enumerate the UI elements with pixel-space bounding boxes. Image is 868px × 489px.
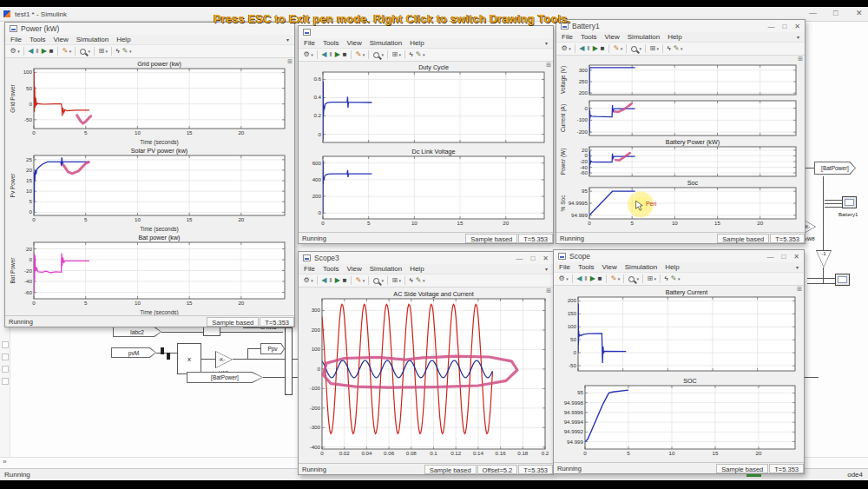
dock-icon[interactable]: ⊞ bbox=[546, 62, 551, 69]
close-icon[interactable]: ✕ bbox=[793, 253, 799, 261]
zoom-icon[interactable] bbox=[373, 52, 379, 58]
minimize-icon[interactable]: — bbox=[766, 253, 773, 261]
menu-tools[interactable]: Tools bbox=[30, 36, 46, 43]
palette-icon[interactable] bbox=[2, 354, 9, 360]
product-block[interactable]: x bbox=[177, 343, 201, 374]
palette-icon[interactable] bbox=[2, 378, 9, 385]
pause-icon[interactable]: ‖ bbox=[584, 275, 587, 282]
palette-icon[interactable] bbox=[2, 341, 9, 348]
trigger-icon[interactable]: ϟ bbox=[116, 48, 120, 55]
fit-view-icon[interactable]: ⊞ bbox=[391, 51, 398, 58]
window-titlebar[interactable]: Battery1 —□✕ bbox=[556, 20, 805, 32]
from-tag-batpower[interactable]: [BatPower] bbox=[187, 372, 263, 383]
dock-icon[interactable]: ⊞ bbox=[798, 56, 803, 63]
maximize-icon[interactable]: □ bbox=[530, 254, 535, 262]
goto-tag-batpower[interactable]: [BatPower] bbox=[814, 162, 856, 175]
menu-file[interactable]: File bbox=[559, 263, 570, 271]
step-back-icon[interactable]: ◀ bbox=[576, 275, 582, 282]
zoom-icon[interactable] bbox=[373, 278, 379, 284]
fit-view-icon[interactable]: ⊞ bbox=[391, 277, 398, 284]
dropdown-caret-icon[interactable]: ▾ bbox=[654, 276, 657, 281]
settings-gear-icon[interactable]: ⚙ bbox=[562, 45, 568, 52]
window-titlebar[interactable] bbox=[299, 26, 553, 38]
menu-tools[interactable]: Tools bbox=[323, 265, 339, 273]
trigger-icon[interactable]: ϟ bbox=[410, 51, 413, 58]
style-brush-icon[interactable]: ✎ bbox=[62, 48, 69, 55]
pause-icon[interactable]: ‖ bbox=[329, 51, 332, 58]
menu-simulation[interactable]: Simulation bbox=[370, 39, 402, 47]
menu-help[interactable]: Help bbox=[667, 33, 681, 41]
zoom-icon[interactable] bbox=[80, 49, 86, 55]
menu-view[interactable]: View bbox=[347, 39, 362, 47]
menu-simulation[interactable]: Simulation bbox=[370, 265, 402, 273]
stop-icon[interactable]: ■ bbox=[601, 45, 605, 52]
menu-tools[interactable]: Tools bbox=[578, 263, 595, 271]
window-titlebar[interactable]: Scope3 —□✕ bbox=[299, 252, 553, 264]
dock-icon[interactable]: ⊞ bbox=[287, 58, 293, 65]
menu-file[interactable]: File bbox=[304, 39, 315, 47]
window-titlebar[interactable]: Scope —□✕ bbox=[554, 250, 804, 262]
fit-view-icon[interactable]: ⊞ bbox=[98, 48, 104, 55]
pen-icon[interactable]: ✎ bbox=[122, 48, 128, 55]
pen-icon[interactable]: ✎ bbox=[674, 45, 680, 52]
style-brush-icon[interactable]: ✎ bbox=[611, 275, 617, 282]
minimize-icon[interactable]: — bbox=[767, 23, 774, 30]
run-icon[interactable]: ▶ bbox=[593, 45, 598, 52]
dropdown-caret-icon[interactable]: ▾ bbox=[311, 278, 313, 283]
run-icon[interactable]: ▶ bbox=[335, 277, 340, 284]
style-brush-icon[interactable]: ✎ bbox=[356, 277, 362, 284]
stop-icon[interactable]: ■ bbox=[343, 277, 347, 284]
dropdown-caret-icon[interactable]: ▾ bbox=[423, 278, 425, 283]
menu-help[interactable]: Help bbox=[665, 263, 679, 271]
menu-view[interactable]: View bbox=[605, 33, 620, 41]
dropdown-caret-icon[interactable]: ▾ bbox=[363, 278, 365, 283]
dropdown-caret-icon[interactable]: ▾ bbox=[106, 49, 108, 54]
menu-file[interactable]: File bbox=[10, 36, 22, 43]
menu-tools[interactable]: Tools bbox=[581, 33, 597, 41]
pen-icon[interactable]: ✎ bbox=[416, 277, 422, 284]
step-back-icon[interactable]: ◀ bbox=[28, 48, 33, 55]
dropdown-caret-icon[interactable]: ▾ bbox=[399, 52, 402, 57]
close-icon[interactable]: ✕ bbox=[542, 254, 549, 262]
minimize-icon[interactable]: — bbox=[809, 9, 817, 17]
from-tag-iabc2[interactable]: Iabc2 bbox=[113, 327, 161, 337]
mux-block[interactable] bbox=[285, 327, 293, 395]
fit-view-icon[interactable]: ⊞ bbox=[647, 275, 653, 282]
menu-help[interactable]: Help bbox=[410, 265, 424, 273]
menu-simulation[interactable]: Simulation bbox=[76, 36, 108, 43]
fit-view-icon[interactable]: ⊞ bbox=[649, 45, 655, 52]
menu-help[interactable]: Help bbox=[410, 39, 424, 47]
maximize-icon[interactable]: □ bbox=[782, 23, 786, 30]
dock-icon[interactable]: ⊞ bbox=[797, 286, 802, 293]
settings-gear-icon[interactable]: ⚙ bbox=[559, 275, 565, 282]
dropdown-caret-icon[interactable]: ▾ bbox=[311, 52, 313, 57]
pen-icon[interactable]: ✎ bbox=[416, 51, 422, 58]
step-back-icon[interactable]: ◀ bbox=[321, 277, 326, 284]
trigger-icon[interactable]: ϟ bbox=[667, 45, 671, 52]
palette-icon[interactable] bbox=[2, 366, 9, 373]
settings-gear-icon[interactable]: ⚙ bbox=[10, 48, 16, 55]
pause-icon[interactable]: ‖ bbox=[36, 48, 38, 55]
overflow-chevron-icon[interactable]: » bbox=[0, 458, 6, 466]
settings-gear-icon[interactable]: ⚙ bbox=[304, 51, 310, 58]
dropdown-caret-icon[interactable]: ▾ bbox=[636, 276, 639, 281]
menu-tools[interactable]: Tools bbox=[323, 39, 339, 47]
maximize-icon[interactable]: □ bbox=[833, 9, 838, 17]
trigger-icon[interactable]: ϟ bbox=[410, 277, 413, 284]
maximize-icon[interactable]: □ bbox=[781, 253, 786, 261]
stop-icon[interactable]: ■ bbox=[49, 48, 54, 55]
menu-overflow-icon[interactable]: ▾ bbox=[286, 36, 289, 43]
menu-view[interactable]: View bbox=[347, 265, 362, 273]
dropdown-caret-icon[interactable]: ▾ bbox=[681, 46, 683, 51]
dropdown-caret-icon[interactable]: ▾ bbox=[423, 52, 425, 57]
menu-overflow-icon[interactable]: ▾ bbox=[545, 40, 548, 46]
dropdown-caret-icon[interactable]: ▾ bbox=[678, 276, 681, 281]
step-back-icon[interactable]: ◀ bbox=[579, 45, 584, 52]
pause-icon[interactable]: ‖ bbox=[329, 277, 332, 284]
menu-view[interactable]: View bbox=[54, 36, 69, 43]
zoom-icon[interactable] bbox=[628, 276, 635, 282]
dropdown-caret-icon[interactable]: ▾ bbox=[399, 278, 402, 283]
dropdown-caret-icon[interactable]: ▾ bbox=[381, 278, 384, 283]
menu-overflow-icon[interactable]: ▾ bbox=[797, 34, 799, 40]
dropdown-caret-icon[interactable]: ▾ bbox=[566, 276, 569, 281]
